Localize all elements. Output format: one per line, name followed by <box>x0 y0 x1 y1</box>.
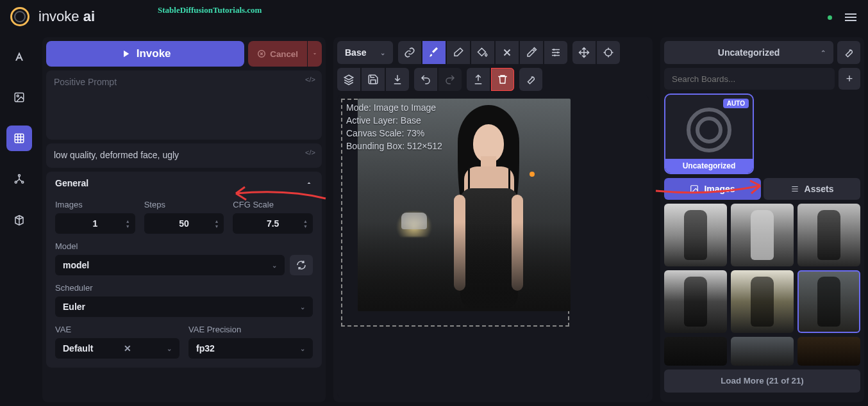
eyedropper-icon <box>526 47 537 58</box>
move-icon <box>578 47 590 58</box>
general-header[interactable]: General <box>46 172 322 195</box>
load-more-button[interactable]: Load More (21 of 21) <box>664 369 860 393</box>
tab-assets[interactable]: Assets <box>764 178 860 200</box>
brush-tool-button[interactable] <box>422 41 446 64</box>
image-icon <box>690 184 699 193</box>
board-placeholder-icon <box>687 108 731 152</box>
gallery-panel: Uncategorized ⌃ + AUTO Uncategorized Ima… <box>660 37 864 402</box>
chevron-updown-icon: ⌄ <box>380 49 385 56</box>
svg-rect-2 <box>15 134 24 143</box>
chevron-updown-icon: ⌄ <box>272 262 277 269</box>
images-input[interactable]: 1 ▲▼ <box>55 213 135 234</box>
download-button[interactable] <box>386 68 409 91</box>
positive-prompt-placeholder: Positive Prompt <box>54 77 117 87</box>
nav-image-tab[interactable] <box>6 85 32 110</box>
scheduler-select[interactable]: Euler ⌄ <box>55 296 313 317</box>
brush-icon <box>428 47 440 58</box>
add-board-button[interactable]: + <box>839 68 860 90</box>
cfg-label: CFG Scale <box>233 200 313 209</box>
status-indicator <box>828 15 832 20</box>
model-select[interactable]: model ⌄ <box>55 255 285 275</box>
code-icon[interactable]: </> <box>305 76 315 83</box>
save-button[interactable] <box>362 68 385 91</box>
nav-rail <box>0 33 38 406</box>
positive-prompt-input[interactable]: Positive Prompt </> <box>46 70 322 140</box>
vae-label: VAE <box>55 325 179 334</box>
mask-tool-button[interactable] <box>398 41 421 64</box>
negative-prompt-input[interactable]: low quality, deformed face, ugly </> <box>46 143 322 168</box>
wrench-icon <box>843 47 855 58</box>
nav-models-tab[interactable] <box>6 207 32 233</box>
images-label: Images <box>55 200 135 209</box>
layers-button[interactable] <box>337 68 360 91</box>
gallery-thumb[interactable] <box>731 337 794 366</box>
gallery-settings-button[interactable] <box>837 41 860 64</box>
fill-tool-button[interactable] <box>471 41 494 64</box>
steps-input[interactable]: 50 ▲▼ <box>144 213 224 234</box>
chevron-updown-icon: ⌄ <box>300 345 305 352</box>
gallery-thumb[interactable] <box>797 337 860 366</box>
canvas-viewport[interactable]: Mode: Image to Image Active Layer: Base … <box>337 95 649 398</box>
layer-select[interactable]: Base ⌄ <box>337 41 393 64</box>
search-boards-input[interactable] <box>664 68 835 90</box>
board-dropdown[interactable]: Uncategorized ⌃ <box>664 41 833 64</box>
cancel-x-icon <box>257 49 266 58</box>
step-down-icon[interactable]: ▼ <box>126 224 130 229</box>
cancel-dropdown[interactable] <box>308 41 322 67</box>
chevron-up-icon <box>305 179 313 187</box>
svg-point-3 <box>19 175 21 177</box>
gallery-thumb[interactable] <box>731 204 794 266</box>
gallery-thumb[interactable] <box>731 270 794 333</box>
undo-button[interactable] <box>414 68 437 91</box>
canvas-metadata: Mode: Image to Image Active Layer: Base … <box>346 101 442 152</box>
steps-label: Steps <box>144 200 224 209</box>
canvas-panel: Base ⌄ <box>333 37 653 402</box>
board-card[interactable]: AUTO Uncategorized <box>664 93 754 174</box>
auto-badge: AUTO <box>723 99 749 108</box>
gallery-thumb[interactable] <box>664 204 727 266</box>
vae-precision-select[interactable]: fp32 ⌄ <box>188 338 313 359</box>
invoke-button[interactable]: Invoke <box>46 41 244 67</box>
sliders-icon <box>550 47 562 58</box>
eraser-tool-button[interactable] <box>447 41 470 64</box>
clear-x-icon[interactable]: ✕ <box>124 343 131 353</box>
step-up-icon[interactable]: ▲ <box>126 219 130 223</box>
bbox-tool-button[interactable] <box>597 41 620 64</box>
tab-images[interactable]: Images <box>664 178 761 200</box>
eraser-icon <box>453 47 464 58</box>
play-icon <box>120 48 131 60</box>
list-icon <box>790 184 799 193</box>
nav-canvas-tab[interactable] <box>6 126 32 151</box>
redo-button[interactable] <box>438 68 462 91</box>
menu-icon[interactable] <box>845 12 856 23</box>
scheduler-label: Scheduler <box>55 283 313 293</box>
svg-point-1 <box>17 95 19 97</box>
picker-tool-button[interactable] <box>520 41 543 64</box>
gallery-thumb[interactable] <box>664 337 727 366</box>
gallery-grid <box>664 204 860 366</box>
vae-precision-label: VAE Precision <box>188 325 313 334</box>
vae-select[interactable]: Default ✕ ⌄ <box>55 338 179 359</box>
gallery-thumb[interactable] <box>797 270 860 333</box>
delete-button[interactable] <box>491 68 514 91</box>
nav-text-tab[interactable] <box>6 44 32 69</box>
nav-nodes-tab[interactable] <box>6 166 32 192</box>
upload-icon <box>472 74 484 85</box>
refresh-models-button[interactable] <box>290 255 313 275</box>
wrench-icon <box>525 74 537 85</box>
refresh-icon <box>296 259 307 271</box>
gallery-thumb[interactable] <box>797 204 860 266</box>
canvas-settings-button[interactable] <box>519 68 542 91</box>
settings-tool-button[interactable] <box>544 41 567 64</box>
gallery-thumb[interactable] <box>664 270 727 333</box>
app-logo <box>10 7 29 26</box>
cancel-button[interactable]: Cancel <box>248 41 307 67</box>
close-tool-button[interactable] <box>496 41 519 64</box>
code-icon[interactable]: </> <box>305 149 315 156</box>
undo-icon <box>420 74 431 85</box>
general-section: General Images 1 ▲▼ Steps 50 <box>46 172 322 368</box>
cfg-input[interactable]: 7.5 ▲▼ <box>233 213 313 234</box>
board-name: Uncategorized <box>665 159 753 173</box>
move-tool-button[interactable] <box>572 41 596 64</box>
upload-button[interactable] <box>467 68 490 91</box>
